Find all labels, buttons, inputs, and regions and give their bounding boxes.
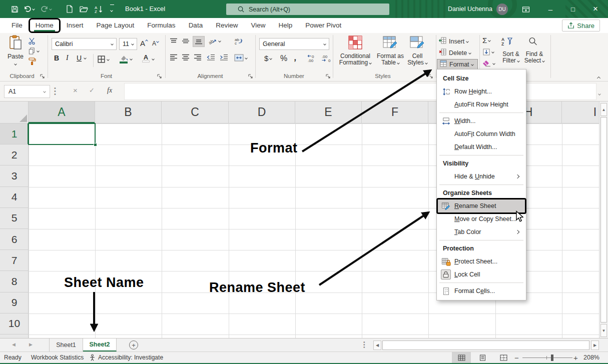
styles-dialog-launcher-icon[interactable] xyxy=(428,73,434,78)
find-select-button[interactable]: Find & Select xyxy=(521,51,547,64)
menu-item-format-cells[interactable]: Format Cells... xyxy=(437,284,526,298)
column-header-D[interactable]: D xyxy=(229,102,295,124)
increase-decimal-icon[interactable]: 0.00 xyxy=(307,54,318,62)
namebox-splitter[interactable]: ••• xyxy=(54,86,56,96)
tab-power-pivot[interactable]: Power Pivot xyxy=(299,18,348,32)
page-layout-view-button[interactable] xyxy=(473,352,492,363)
clipboard-dialog-launcher-icon[interactable] xyxy=(40,73,46,78)
top-align-icon[interactable] xyxy=(170,38,178,44)
insert-function-icon[interactable]: fx xyxy=(107,86,112,94)
menu-item-protect-sheet[interactable]: Protect Sheet... xyxy=(437,255,526,268)
tab-insert[interactable]: Insert xyxy=(60,18,90,32)
share-button[interactable]: Share xyxy=(562,20,600,32)
column-header-A[interactable]: A xyxy=(29,102,95,124)
column-header-I[interactable]: I xyxy=(562,102,599,124)
avatar[interactable]: DU xyxy=(496,4,508,15)
maximize-button[interactable]: □ xyxy=(562,0,583,18)
row-header-3[interactable]: 3 xyxy=(0,166,29,186)
name-box[interactable]: A1 xyxy=(4,85,50,98)
workbook-statistics-button[interactable]: Workbook Statistics xyxy=(31,352,84,363)
hscroll-right-icon[interactable]: ▶ xyxy=(591,340,599,350)
tab-review[interactable]: Review xyxy=(209,18,244,32)
number-dialog-launcher-icon[interactable] xyxy=(326,73,331,78)
normal-view-button[interactable] xyxy=(452,352,471,363)
zoom-out-button[interactable]: − xyxy=(514,352,519,363)
merge-center-icon[interactable] xyxy=(234,54,247,62)
new-file-icon[interactable] xyxy=(65,4,74,14)
cut-icon[interactable] xyxy=(28,37,36,45)
save-icon[interactable] xyxy=(10,4,19,14)
tab-file[interactable]: File xyxy=(5,18,29,32)
fill-color-chevron-icon[interactable] xyxy=(130,58,132,60)
tab-data[interactable]: Data xyxy=(182,18,210,32)
select-all-corner[interactable] xyxy=(0,102,29,124)
menu-item-row-height[interactable]: Row Height... xyxy=(437,85,526,98)
sort-az-icon[interactable]: AZ xyxy=(94,4,103,14)
number-format-select[interactable]: General xyxy=(259,38,329,50)
vertical-scroll-thumb[interactable] xyxy=(600,117,607,322)
open-folder-icon[interactable] xyxy=(79,4,88,14)
orientation-icon[interactable]: ab xyxy=(208,37,221,45)
underline-chevron-icon[interactable] xyxy=(84,57,86,59)
zoom-slider-track[interactable] xyxy=(522,358,572,358)
row-header-8[interactable]: 8 xyxy=(0,271,29,292)
tab-formulas[interactable]: Formulas xyxy=(141,18,182,32)
bottom-align-icon[interactable] xyxy=(193,36,205,47)
clear-icon[interactable] xyxy=(482,60,495,67)
autosum-button[interactable]: Σ xyxy=(482,36,490,44)
horizontal-scroll-thumb[interactable] xyxy=(382,340,589,350)
minimize-button[interactable]: – xyxy=(540,0,561,18)
underline-button[interactable]: U xyxy=(77,54,82,62)
accessibility-status-button[interactable]: Accessibility: Investigate xyxy=(98,352,163,363)
copy-icon[interactable] xyxy=(28,47,39,55)
decrease-decimal-icon[interactable]: .000 xyxy=(321,54,332,62)
currency-format-button[interactable]: $ xyxy=(264,54,272,62)
percent-format-button[interactable]: % xyxy=(280,54,287,63)
delete-cells-button[interactable]: Delete xyxy=(437,48,478,58)
align-right-icon[interactable] xyxy=(194,54,202,60)
increase-font-size-button[interactable]: A xyxy=(140,39,148,48)
font-color-icon[interactable]: A xyxy=(142,54,150,62)
paste-button[interactable]: Paste xyxy=(5,35,26,66)
zoom-slider-thumb[interactable] xyxy=(551,354,553,361)
menu-item-default-width[interactable]: Default Width... xyxy=(437,140,526,154)
row-header-1[interactable]: 1 xyxy=(0,124,29,144)
row-header-9[interactable]: 9 xyxy=(0,292,29,314)
tab-page-layout[interactable]: Page Layout xyxy=(90,18,141,32)
scroll-down-icon[interactable]: ▼ xyxy=(600,324,607,337)
fill-handle[interactable] xyxy=(94,143,97,146)
sheet-tab-sheet1[interactable]: Sheet1 xyxy=(50,338,83,352)
tab-help[interactable]: Help xyxy=(272,18,299,32)
ribbon-display-options-icon[interactable] xyxy=(521,5,530,14)
column-header-E[interactable]: E xyxy=(295,102,362,124)
zoom-level[interactable]: 208% xyxy=(583,352,599,363)
decrease-font-size-button[interactable]: A xyxy=(152,40,159,47)
sort-filter-button[interactable]: Sort & Filter xyxy=(498,51,524,64)
row-header-5[interactable]: 5 xyxy=(0,208,29,229)
middle-align-icon[interactable] xyxy=(182,38,190,44)
sheet-tab-sheet2[interactable]: Sheet2 xyxy=(83,338,117,352)
format-cells-menu-button[interactable]: Format xyxy=(437,59,478,70)
fill-down-icon[interactable] xyxy=(482,48,494,56)
row-header-4[interactable]: 4 xyxy=(0,187,29,208)
format-painter-icon[interactable] xyxy=(28,57,36,65)
search-input[interactable]: Search (Alt+Q) xyxy=(226,4,389,15)
tabbar-splitter[interactable]: ••• xyxy=(363,341,365,348)
menu-item-move-or-copy-sheet[interactable]: Move or Copy Sheet... xyxy=(437,212,526,226)
page-break-view-button[interactable] xyxy=(494,352,513,363)
font-color-chevron-icon[interactable] xyxy=(152,58,154,60)
undo-chevron-icon[interactable] xyxy=(31,4,36,14)
expand-formula-bar-icon[interactable] xyxy=(598,90,600,97)
menu-item-autofit-column-width[interactable]: AutoFit Column Width xyxy=(437,128,526,140)
selected-cell-a1[interactable] xyxy=(28,123,96,145)
tab-view[interactable]: View xyxy=(244,18,272,32)
tab-home[interactable]: Home xyxy=(29,18,60,32)
column-header-F[interactable]: F xyxy=(362,102,428,124)
close-button[interactable]: × xyxy=(585,0,606,18)
alignment-dialog-launcher-icon[interactable] xyxy=(248,73,254,78)
borders-icon[interactable] xyxy=(97,55,109,64)
column-header-B[interactable]: B xyxy=(95,102,162,124)
comma-format-button[interactable]: , xyxy=(294,53,297,63)
vertical-scrollbar[interactable]: ▲ ▼ xyxy=(599,102,608,338)
menu-item-lock-cell[interactable]: Lock Cell xyxy=(437,268,526,281)
